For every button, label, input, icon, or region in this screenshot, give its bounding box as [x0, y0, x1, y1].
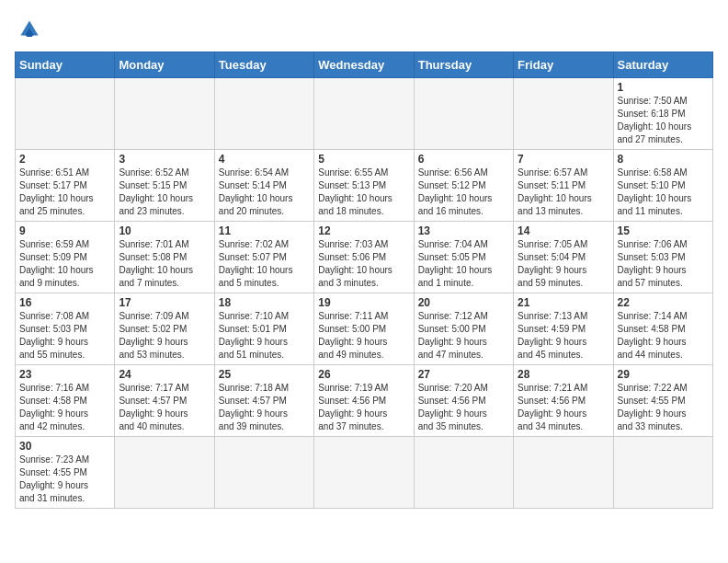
calendar-day-cell: 1Sunrise: 7:50 AM Sunset: 6:18 PM Daylig…	[613, 78, 712, 150]
day-info: Sunrise: 7:08 AM Sunset: 5:03 PM Dayligh…	[19, 310, 110, 362]
day-of-week-header: Monday	[115, 52, 214, 78]
day-number: 1	[618, 81, 709, 94]
calendar-day-cell	[414, 437, 513, 509]
day-info: Sunrise: 6:59 AM Sunset: 5:09 PM Dayligh…	[19, 238, 110, 290]
calendar-day-cell: 3Sunrise: 6:52 AM Sunset: 5:15 PM Daylig…	[115, 150, 214, 222]
day-number: 11	[219, 224, 310, 237]
calendar-day-cell	[514, 78, 613, 150]
calendar-day-cell: 17Sunrise: 7:09 AM Sunset: 5:02 PM Dayli…	[115, 293, 214, 365]
day-number: 20	[418, 296, 509, 309]
day-info: Sunrise: 7:18 AM Sunset: 4:57 PM Dayligh…	[219, 382, 310, 433]
day-number: 23	[19, 368, 110, 381]
calendar-day-cell: 9Sunrise: 6:59 AM Sunset: 5:09 PM Daylig…	[16, 222, 115, 293]
calendar-day-cell: 23Sunrise: 7:16 AM Sunset: 4:58 PM Dayli…	[16, 365, 115, 437]
calendar-day-cell	[115, 437, 214, 509]
day-info: Sunrise: 7:16 AM Sunset: 4:58 PM Dayligh…	[19, 382, 110, 433]
day-of-week-header: Sunday	[16, 52, 115, 78]
calendar-week-row: 9Sunrise: 6:59 AM Sunset: 5:09 PM Daylig…	[16, 222, 713, 293]
calendar-day-cell	[314, 78, 414, 150]
calendar-week-row: 30Sunrise: 7:23 AM Sunset: 4:55 PM Dayli…	[16, 437, 713, 509]
calendar-day-cell: 18Sunrise: 7:10 AM Sunset: 5:01 PM Dayli…	[214, 293, 313, 365]
calendar-header-row: SundayMondayTuesdayWednesdayThursdayFrid…	[16, 52, 713, 78]
svg-rect-2	[27, 34, 32, 37]
calendar-day-cell: 13Sunrise: 7:04 AM Sunset: 5:05 PM Dayli…	[414, 222, 513, 293]
day-number: 14	[518, 224, 609, 237]
calendar-day-cell: 19Sunrise: 7:11 AM Sunset: 5:00 PM Dayli…	[314, 293, 414, 365]
day-info: Sunrise: 7:13 AM Sunset: 4:59 PM Dayligh…	[518, 310, 609, 362]
day-number: 13	[418, 224, 509, 237]
calendar-day-cell	[214, 78, 313, 150]
day-info: Sunrise: 6:54 AM Sunset: 5:14 PM Dayligh…	[219, 167, 310, 218]
day-info: Sunrise: 7:23 AM Sunset: 4:55 PM Dayligh…	[19, 454, 110, 505]
day-number: 29	[618, 368, 709, 381]
calendar-day-cell: 10Sunrise: 7:01 AM Sunset: 5:08 PM Dayli…	[115, 222, 214, 293]
calendar-day-cell: 28Sunrise: 7:21 AM Sunset: 4:56 PM Dayli…	[514, 365, 613, 437]
day-number: 21	[518, 296, 609, 309]
day-info: Sunrise: 7:19 AM Sunset: 4:56 PM Dayligh…	[318, 382, 409, 433]
day-of-week-header: Tuesday	[214, 52, 313, 78]
calendar-day-cell: 30Sunrise: 7:23 AM Sunset: 4:55 PM Dayli…	[16, 437, 115, 509]
day-info: Sunrise: 7:09 AM Sunset: 5:02 PM Dayligh…	[119, 310, 210, 362]
calendar-week-row: 23Sunrise: 7:16 AM Sunset: 4:58 PM Dayli…	[16, 365, 713, 437]
calendar-day-cell	[414, 78, 513, 150]
calendar-day-cell: 15Sunrise: 7:06 AM Sunset: 5:03 PM Dayli…	[613, 222, 712, 293]
calendar-day-cell: 27Sunrise: 7:20 AM Sunset: 4:56 PM Dayli…	[414, 365, 513, 437]
day-number: 7	[518, 153, 609, 166]
day-number: 10	[119, 224, 210, 237]
day-info: Sunrise: 6:55 AM Sunset: 5:13 PM Dayligh…	[318, 167, 409, 218]
calendar-day-cell: 25Sunrise: 7:18 AM Sunset: 4:57 PM Dayli…	[214, 365, 313, 437]
calendar-day-cell: 16Sunrise: 7:08 AM Sunset: 5:03 PM Dayli…	[16, 293, 115, 365]
day-number: 8	[618, 153, 709, 166]
page-header	[15, 15, 713, 44]
day-info: Sunrise: 6:56 AM Sunset: 5:12 PM Dayligh…	[418, 167, 509, 218]
day-info: Sunrise: 7:50 AM Sunset: 6:18 PM Dayligh…	[618, 95, 709, 146]
day-info: Sunrise: 7:05 AM Sunset: 5:04 PM Dayligh…	[518, 238, 609, 290]
day-info: Sunrise: 6:51 AM Sunset: 5:17 PM Dayligh…	[19, 167, 110, 218]
day-info: Sunrise: 7:06 AM Sunset: 5:03 PM Dayligh…	[618, 238, 709, 290]
calendar-day-cell: 2Sunrise: 6:51 AM Sunset: 5:17 PM Daylig…	[16, 150, 115, 222]
day-number: 9	[19, 224, 110, 237]
calendar-day-cell: 6Sunrise: 6:56 AM Sunset: 5:12 PM Daylig…	[414, 150, 513, 222]
day-number: 16	[19, 296, 110, 309]
logo	[15, 15, 48, 44]
day-of-week-header: Friday	[514, 52, 613, 78]
day-number: 24	[119, 368, 210, 381]
calendar-day-cell: 8Sunrise: 6:58 AM Sunset: 5:10 PM Daylig…	[613, 150, 712, 222]
calendar-day-cell: 12Sunrise: 7:03 AM Sunset: 5:06 PM Dayli…	[314, 222, 414, 293]
day-of-week-header: Saturday	[613, 52, 712, 78]
day-info: Sunrise: 7:14 AM Sunset: 4:58 PM Dayligh…	[618, 310, 709, 362]
day-number: 28	[518, 368, 609, 381]
day-info: Sunrise: 7:04 AM Sunset: 5:05 PM Dayligh…	[418, 238, 509, 290]
day-number: 12	[318, 224, 409, 237]
calendar-day-cell	[314, 437, 414, 509]
day-of-week-header: Wednesday	[314, 52, 414, 78]
calendar-day-cell: 5Sunrise: 6:55 AM Sunset: 5:13 PM Daylig…	[314, 150, 414, 222]
day-info: Sunrise: 7:12 AM Sunset: 5:00 PM Dayligh…	[418, 310, 509, 362]
day-info: Sunrise: 6:52 AM Sunset: 5:15 PM Dayligh…	[119, 167, 210, 218]
day-info: Sunrise: 7:22 AM Sunset: 4:55 PM Dayligh…	[618, 382, 709, 433]
day-info: Sunrise: 7:10 AM Sunset: 5:01 PM Dayligh…	[219, 310, 310, 362]
day-number: 15	[618, 224, 709, 237]
calendar-day-cell: 20Sunrise: 7:12 AM Sunset: 5:00 PM Dayli…	[414, 293, 513, 365]
day-info: Sunrise: 7:17 AM Sunset: 4:57 PM Dayligh…	[119, 382, 210, 433]
day-number: 19	[318, 296, 409, 309]
day-number: 25	[219, 368, 310, 381]
calendar-day-cell	[214, 437, 313, 509]
day-info: Sunrise: 7:21 AM Sunset: 4:56 PM Dayligh…	[518, 382, 609, 433]
day-number: 4	[219, 153, 310, 166]
calendar-day-cell	[514, 437, 613, 509]
day-number: 2	[19, 153, 110, 166]
day-of-week-header: Thursday	[414, 52, 513, 78]
calendar-day-cell	[115, 78, 214, 150]
calendar-day-cell: 29Sunrise: 7:22 AM Sunset: 4:55 PM Dayli…	[613, 365, 712, 437]
calendar-day-cell: 26Sunrise: 7:19 AM Sunset: 4:56 PM Dayli…	[314, 365, 414, 437]
day-number: 27	[418, 368, 509, 381]
day-number: 6	[418, 153, 509, 166]
day-info: Sunrise: 7:01 AM Sunset: 5:08 PM Dayligh…	[119, 238, 210, 290]
day-info: Sunrise: 7:02 AM Sunset: 5:07 PM Dayligh…	[219, 238, 310, 290]
day-number: 5	[318, 153, 409, 166]
calendar-day-cell: 14Sunrise: 7:05 AM Sunset: 5:04 PM Dayli…	[514, 222, 613, 293]
calendar-day-cell: 4Sunrise: 6:54 AM Sunset: 5:14 PM Daylig…	[214, 150, 313, 222]
day-number: 18	[219, 296, 310, 309]
calendar-day-cell: 21Sunrise: 7:13 AM Sunset: 4:59 PM Dayli…	[514, 293, 613, 365]
